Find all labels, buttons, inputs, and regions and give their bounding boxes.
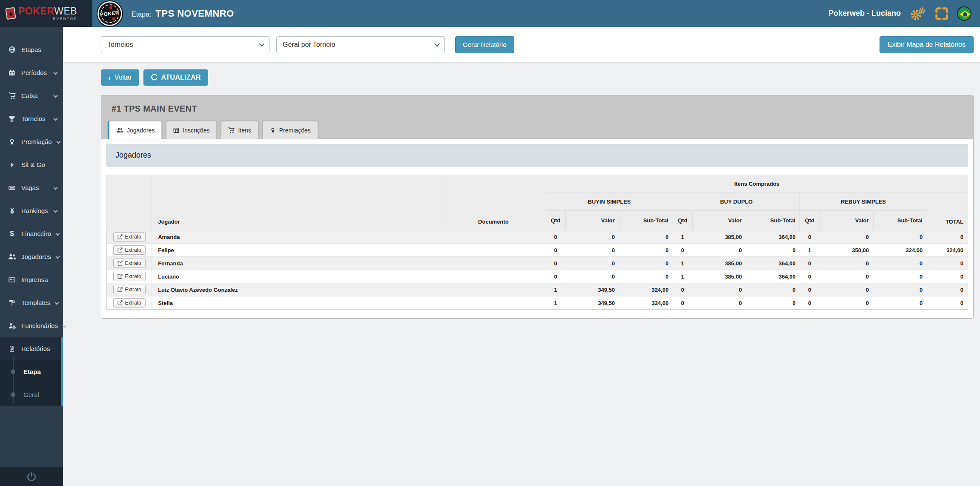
- extrato-button[interactable]: Extrato: [113, 298, 146, 308]
- cell-valor: 0: [692, 283, 746, 296]
- cell-qtd: 1: [546, 283, 565, 296]
- poker-chip-logo: POKER: [97, 1, 122, 26]
- report-type-select[interactable]: Torneios: [101, 36, 269, 53]
- generate-report-button[interactable]: Gerar Relatório: [455, 36, 514, 53]
- cell-subtotal: 0: [873, 283, 927, 296]
- cell-qtd: 0: [546, 257, 565, 270]
- column-header-extrato: [107, 175, 152, 230]
- chevron-down-icon: [62, 324, 66, 328]
- sidebar-item-vagas[interactable]: Vagas: [0, 176, 63, 199]
- expand-arrows-icon[interactable]: [935, 7, 948, 20]
- sidebar-item-templates[interactable]: Templates: [0, 291, 63, 314]
- sidebar-item-relatorios[interactable]: Relatórios: [0, 337, 63, 360]
- chevron-left-icon: ‹: [108, 73, 111, 82]
- edit-icon: [117, 274, 123, 279]
- cell-subtotal: 0: [873, 257, 927, 270]
- extrato-button[interactable]: Extrato: [113, 245, 146, 255]
- player-documento: [441, 244, 546, 257]
- column-header-qtd: Qtd: [673, 211, 692, 230]
- chevron-down-icon: [54, 209, 58, 213]
- event-panel: #1 TPS MAIN EVENT Jogadores Inscrições I…: [101, 95, 974, 319]
- sidebar-item-relatorios-geral[interactable]: Geral: [0, 383, 63, 406]
- column-header-valor: Valor: [692, 211, 746, 230]
- sidebar-item-funcionarios[interactable]: Funcionários: [0, 314, 63, 337]
- cell-qtd: 0: [800, 230, 820, 244]
- logout-button[interactable]: [0, 467, 63, 486]
- power-icon: [26, 472, 37, 482]
- cell-subtotal: 0: [746, 283, 800, 296]
- brand-eventos: EVENTOS: [18, 17, 77, 21]
- cell-subtotal: 0: [619, 230, 673, 244]
- extrato-button[interactable]: Extrato: [113, 285, 146, 294]
- cell-valor: 350,00: [820, 244, 873, 257]
- tab-premiacoes[interactable]: Premiações: [263, 121, 318, 139]
- column-header-documento: Documento: [441, 175, 546, 230]
- column-header-jogador: Jogador: [152, 175, 441, 230]
- cell-qtd: 1: [546, 296, 565, 310]
- cell-qtd: 0: [800, 296, 820, 310]
- chevron-down-icon: [55, 301, 59, 305]
- extrato-button[interactable]: Extrato: [113, 232, 146, 242]
- paint-roller-icon: [8, 299, 16, 306]
- cell-subtotal: 364,00: [746, 257, 800, 270]
- player-name: Stella: [152, 296, 441, 310]
- bolt-icon: [8, 161, 16, 168]
- group-header-buyin-simples: BUYIN SIMPLES: [546, 193, 673, 211]
- card-suit-icon: ♣: [5, 7, 16, 20]
- award-icon: [8, 138, 16, 145]
- cell-subtotal: 0: [746, 296, 800, 310]
- cell-qtd: 1: [673, 230, 692, 244]
- player-documento: [441, 257, 546, 270]
- chevron-down-icon: [54, 71, 58, 75]
- sidebar-item-financeiro[interactable]: $ Financeiro: [0, 222, 63, 245]
- extrato-button[interactable]: Extrato: [113, 272, 146, 281]
- award-icon: [270, 127, 276, 133]
- ticket-icon: [8, 184, 16, 191]
- chevron-down-icon: [435, 41, 440, 47]
- sidebar-item-relatorios-etapa[interactable]: Etapa: [0, 360, 63, 383]
- edit-icon: [117, 261, 123, 266]
- players-panel-title: Jogadores: [106, 144, 968, 167]
- player-documento: [441, 283, 546, 296]
- sidebar-item-premiacao[interactable]: Premiação: [0, 130, 63, 153]
- chevron-down-icon: [56, 140, 60, 144]
- player-name: Felipe: [152, 244, 441, 257]
- back-button[interactable]: ‹Voltar: [101, 69, 139, 86]
- column-header-valor: Valor: [565, 211, 619, 230]
- cell-subtotal: 0: [873, 230, 927, 244]
- refresh-icon: [151, 74, 158, 81]
- tab-inscricoes[interactable]: Inscrições: [166, 121, 217, 139]
- cell-valor: 0: [820, 257, 873, 270]
- sidebar-item-imprensa[interactable]: Imprensa: [0, 268, 63, 291]
- tab-jogadores[interactable]: Jogadores: [108, 121, 162, 139]
- table-row: Extrato Felipe 0 0 0 0 0 0 1 350,00: [107, 244, 968, 257]
- cell-total: 0: [927, 257, 968, 270]
- sidebar-item-periodos[interactable]: Períodos: [0, 61, 63, 84]
- brazil-flag-icon[interactable]: [957, 6, 971, 21]
- cell-valor: 0: [820, 296, 873, 310]
- sidebar-item-etapas[interactable]: Etapas: [0, 38, 63, 61]
- cell-subtotal: 0: [873, 296, 927, 310]
- extrato-button[interactable]: Extrato: [113, 259, 146, 268]
- gears-icon[interactable]: [909, 7, 926, 20]
- medal-icon: [8, 207, 16, 214]
- sidebar-item-rankings[interactable]: Rankings: [0, 199, 63, 222]
- cell-qtd: 0: [800, 283, 820, 296]
- show-report-map-button[interactable]: Exibir Mapa de Relatórios: [880, 36, 974, 53]
- cell-qtd: 0: [673, 244, 692, 257]
- player-name: Fernanda: [152, 257, 441, 270]
- sidebar-item-torneios[interactable]: Torneios: [0, 107, 63, 130]
- refresh-button[interactable]: ATUALIZAR: [143, 69, 208, 86]
- user-menu[interactable]: Pokerweb - Luciano: [828, 9, 901, 18]
- cell-total: 0: [927, 296, 968, 310]
- players-table: Jogador Documento Itens Comprados BUYIN …: [106, 175, 968, 310]
- cell-qtd: 0: [546, 244, 565, 257]
- cell-total: 0: [927, 270, 968, 283]
- sidebar-item-caixa[interactable]: Caixa: [0, 84, 63, 107]
- sidebar-item-jogadores[interactable]: Jogadores: [0, 245, 63, 268]
- tab-itens[interactable]: Itens: [221, 121, 258, 139]
- sidebar-item-sitego[interactable]: Sit & Go: [0, 153, 63, 176]
- report-scope-select[interactable]: Geral por Torneio: [276, 36, 445, 53]
- table-icon: [173, 127, 179, 133]
- table-row: Extrato Fernanda 0 0 0 1 385,00 364,00 0: [107, 257, 968, 270]
